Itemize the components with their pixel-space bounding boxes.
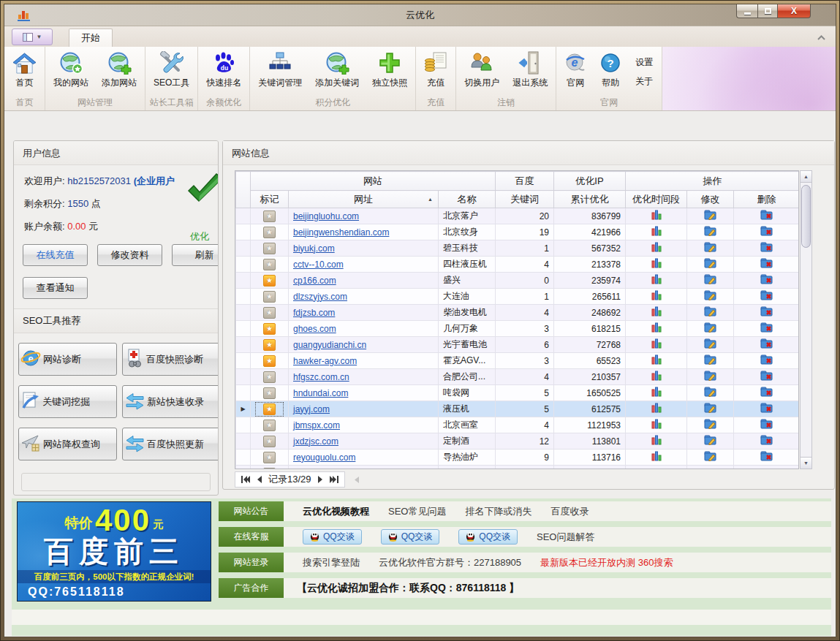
- time-chart-icon[interactable]: [651, 453, 662, 463]
- site-link[interactable]: fdjzsb.com: [293, 308, 335, 318]
- minimize-button[interactable]: [736, 4, 757, 18]
- star-icon[interactable]: ★: [263, 291, 276, 303]
- star-icon[interactable]: ★: [263, 243, 276, 254]
- time-chart-icon[interactable]: [651, 373, 662, 383]
- edit-icon[interactable]: [704, 276, 716, 287]
- star-icon[interactable]: ★: [263, 371, 276, 383]
- edit-icon[interactable]: [704, 228, 716, 238]
- prev-page-button[interactable]: [257, 476, 262, 483]
- delete-icon[interactable]: [760, 357, 773, 367]
- table-row[interactable]: ★hndundai.com吨袋网51650525: [236, 385, 800, 401]
- edit-icon[interactable]: [704, 341, 716, 351]
- table-row[interactable]: ★beijingwenshendian.com北京纹身19421966: [236, 224, 800, 240]
- delete-icon[interactable]: [760, 437, 773, 447]
- site-link[interactable]: jbmspx.com: [293, 420, 340, 431]
- site-link[interactable]: reyouguolu.com: [293, 452, 355, 463]
- edit-icon[interactable]: [704, 308, 716, 319]
- time-chart-icon[interactable]: [651, 212, 662, 222]
- edit-icon[interactable]: [704, 405, 716, 415]
- ribbon-button-添加关键词[interactable]: 添加关键词: [309, 48, 366, 96]
- first-page-button[interactable]: [241, 476, 250, 483]
- star-icon[interactable]: ★: [263, 420, 276, 431]
- search-engine-login-link[interactable]: 搜索引擎登陆: [303, 556, 360, 569]
- star-icon[interactable]: ★: [263, 452, 276, 463]
- site-link[interactable]: cp166.com: [293, 276, 336, 286]
- col-header-edit[interactable]: 修改: [687, 191, 734, 208]
- close-button[interactable]: X: [777, 4, 811, 18]
- group-header-baidu[interactable]: 百度: [496, 172, 554, 191]
- ribbon-button-独立快照[interactable]: 独立快照: [366, 48, 414, 96]
- delete-icon[interactable]: [760, 341, 773, 351]
- ribbon-button-切换用户[interactable]: 切换用户: [458, 48, 506, 96]
- delete-icon[interactable]: [760, 244, 773, 254]
- table-row[interactable]: ★cctv--10.com四柱液压机4213378: [236, 257, 800, 273]
- ribbon-button-SEO工具[interactable]: SEO工具: [147, 48, 196, 96]
- delete-icon[interactable]: [760, 405, 773, 415]
- site-link[interactable]: beijingluohu.com: [293, 211, 359, 221]
- group-header-ops[interactable]: 操作: [626, 172, 800, 191]
- qq-chat-button[interactable]: QQ交谈: [381, 529, 440, 545]
- time-chart-icon[interactable]: [651, 357, 662, 367]
- seo-tool-button-关键词挖掘[interactable]: 关键词挖掘: [18, 385, 117, 418]
- hscroll-left-icon[interactable]: [354, 477, 359, 483]
- seo-tool-button-网站降权查询[interactable]: 网站降权查询: [18, 428, 117, 460]
- col-header-mark[interactable]: 标记: [251, 191, 289, 208]
- delete-icon[interactable]: [760, 276, 773, 287]
- star-icon[interactable]: ★: [263, 355, 276, 367]
- refresh-button[interactable]: 刷新: [172, 244, 219, 266]
- col-header-keywords[interactable]: 关键词: [496, 191, 554, 208]
- edit-icon[interactable]: [704, 389, 716, 399]
- time-chart-icon[interactable]: [651, 308, 662, 319]
- ribbon-button-首页[interactable]: 首页: [6, 48, 43, 96]
- notice-link[interactable]: SEO常见问题: [388, 505, 446, 518]
- edit-icon[interactable]: [704, 453, 716, 463]
- site-link[interactable]: beijingwenshendian.com: [293, 227, 389, 238]
- star-icon[interactable]: ★: [263, 210, 276, 222]
- table-row[interactable]: ★hawker-agv.com霍克AGV...365523: [236, 353, 800, 369]
- table-row[interactable]: ★jxdzjsc.com定制酒12113801: [236, 433, 800, 450]
- site-link[interactable]: jxdzjsc.com: [293, 436, 338, 447]
- col-header-timerange[interactable]: 优化时间段: [626, 191, 687, 208]
- table-row[interactable]: ★biyukj.com碧玉科技1567352: [236, 240, 800, 257]
- ribbon-button-退出系统[interactable]: 退出系统: [506, 48, 554, 96]
- table-row[interactable]: ★reyouguolu.com导热油炉9113716: [236, 450, 800, 466]
- delete-icon[interactable]: [760, 389, 773, 399]
- notice-link[interactable]: 排名下降或消失: [465, 505, 531, 518]
- delete-icon[interactable]: [760, 228, 773, 238]
- star-icon[interactable]: ★: [263, 275, 276, 287]
- table-row[interactable]: ★fdjzsb.com柴油发电机4248692: [236, 305, 800, 321]
- ribbon-button-官网[interactable]: e官网: [558, 48, 593, 96]
- time-chart-icon[interactable]: [651, 405, 662, 415]
- ribbon-button-充值[interactable]: 充值: [417, 48, 454, 96]
- delete-icon[interactable]: [760, 212, 773, 222]
- last-page-button[interactable]: [330, 476, 338, 483]
- table-row[interactable]: ★guangyudianchi.cn光宇蓄电池672768: [236, 337, 800, 353]
- table-row[interactable]: ★hfgszc.com.cn合肥公司...4210357: [236, 369, 800, 385]
- delete-icon[interactable]: [760, 373, 773, 383]
- time-chart-icon[interactable]: [651, 389, 662, 399]
- time-chart-icon[interactable]: [651, 421, 662, 431]
- ribbon-button-帮助[interactable]: ?帮助: [593, 48, 628, 96]
- ribbon-small-button-关于[interactable]: 关于: [635, 75, 653, 88]
- star-icon[interactable]: ★: [263, 387, 276, 399]
- delete-icon[interactable]: [760, 308, 773, 319]
- time-chart-icon[interactable]: [651, 437, 662, 447]
- delete-icon[interactable]: [760, 421, 773, 431]
- vertical-scrollbar[interactable]: ▲ ▼: [800, 170, 812, 469]
- site-link[interactable]: ghoes.com: [293, 324, 336, 334]
- table-row[interactable]: ★ghoes.com几何万象3618215: [236, 321, 800, 337]
- edit-icon[interactable]: [704, 212, 716, 222]
- site-link[interactable]: dlzszyjys.com: [293, 292, 347, 302]
- site-link[interactable]: hndundai.com: [293, 388, 348, 398]
- time-chart-icon[interactable]: [651, 325, 662, 335]
- site-link[interactable]: guangyudianchi.cn: [293, 340, 366, 350]
- seo-tool-button-百度快照诊断[interactable]: 百度快照诊断: [122, 343, 219, 376]
- edit-icon[interactable]: [704, 244, 716, 254]
- tab-start[interactable]: 开始: [69, 29, 113, 47]
- time-chart-icon[interactable]: [651, 276, 662, 287]
- star-icon[interactable]: ★: [263, 259, 276, 270]
- delete-icon[interactable]: [760, 260, 773, 270]
- seo-tool-button-新站快速收录[interactable]: 新站快速收录: [122, 385, 219, 418]
- site-link[interactable]: biyukj.com: [293, 243, 335, 254]
- edit-icon[interactable]: [704, 325, 716, 335]
